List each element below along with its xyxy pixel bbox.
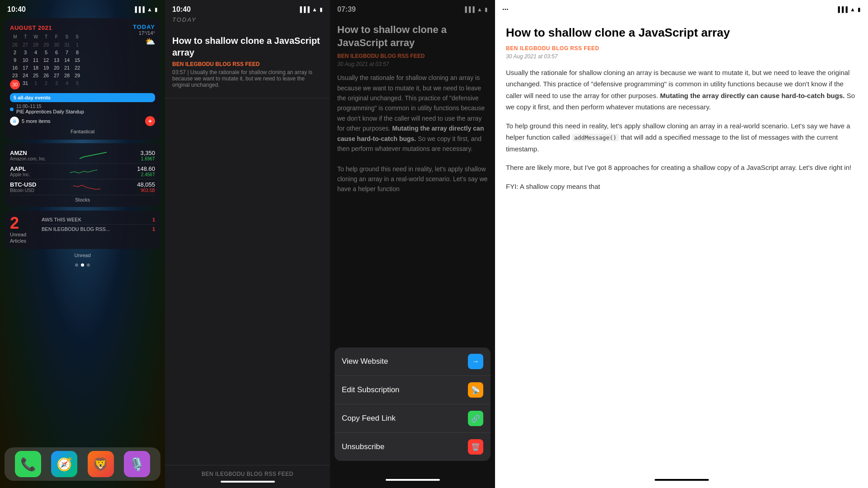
weather-icon: ⛅	[133, 37, 155, 47]
p4-article-title: How to shallow clone a JavaScript array	[506, 25, 857, 41]
context-item-copy-feed[interactable]: Copy Feed Link 🔗	[335, 404, 491, 433]
panel-article-menu: 07:39 ▐▐▐ ▲ ▮ How to shallow clone a Jav…	[330, 0, 495, 488]
view-website-icon: →	[468, 354, 483, 369]
stock-price-aapl: 148.60 2.456T	[137, 165, 155, 177]
stocks-widget[interactable]: AMZN Amazon.com, Inc. 3,350 1.696T AAPL …	[5, 143, 160, 207]
dock-brave-icon[interactable]: 🦁	[88, 451, 114, 477]
dock-phone-icon[interactable]: 📞	[15, 451, 41, 477]
status-bar-p4: ··· ▐▐▐ ▲ ▮	[495, 0, 868, 16]
stock-info-btc: BTC-USD Bitcoin USD	[10, 181, 37, 193]
status-bar-panel1: 10:40 ▐▐▐ ▲ ▮	[0, 0, 165, 16]
unread-label: Unread	[5, 253, 160, 258]
stocks-label: Stocks	[10, 197, 155, 202]
cal-header: AUGUST 2021 MTW TFSS 2627282930311 23456…	[10, 23, 155, 89]
unsubscribe-icon: 🗑️	[468, 439, 483, 455]
panel-homescreen: 10:40 ▐▐▐ ▲ ▮ AUGUST 2021 MTW TFSS	[0, 0, 165, 488]
cal-today-section: TODAY 17°/14° ⛅	[133, 23, 155, 47]
p4-article-content: How to shallow clone a JavaScript array …	[495, 16, 868, 475]
feed-row-aws[interactable]: AWS THIS WEEK 1	[42, 215, 155, 225]
stock-chart-amzn	[80, 150, 107, 160]
p4-date: 30 Aug 2021 at 03:57	[506, 53, 857, 60]
bottom-feed-label: BEN ILEGBODU BLOG RSS FEED	[170, 471, 325, 477]
stock-chart-aapl	[70, 166, 97, 176]
page-dots	[0, 263, 165, 267]
cal-event-row: 11:00–11:15 PIE Apprentices Daily Standu…	[10, 104, 155, 114]
unread-widget[interactable]: 2 Unread Articles AWS THIS WEEK 1 BEN IL…	[5, 211, 160, 249]
context-menu: View Website → Edit Subscription 📡 Copy …	[335, 347, 491, 461]
dot-3	[87, 263, 90, 267]
home-indicator-p2	[221, 481, 275, 483]
stock-row-btc[interactable]: BTC-USD Bitcoin USD 48,055 903.5B	[10, 179, 155, 195]
context-item-view-website[interactable]: View Website →	[335, 347, 491, 376]
stock-row-amzn[interactable]: AMZN Amazon.com, Inc. 3,350 1.696T	[10, 148, 155, 164]
p4-feed-name: BEN ILEGBODU BLOG RSS FEED	[506, 45, 857, 52]
context-item-unsubscribe[interactable]: Unsubscribe 🗑️	[335, 433, 491, 461]
stock-price-amzn: 3,350 1.696T	[140, 150, 155, 161]
dot-1	[75, 263, 78, 267]
feed-row-ben[interactable]: BEN ILEGBODU BLOG RSS... 1	[42, 225, 155, 234]
unread-count-section: 2 Unread Articles	[10, 215, 37, 244]
fantastical-label: Fantastical	[10, 129, 155, 134]
cal-grid: 2627282930311 2345678 9101112131415 1617…	[10, 41, 82, 89]
status-time-p1: 10:40	[7, 5, 26, 14]
today-label: TODAY	[165, 16, 330, 28]
dock: 📞 🧭 🦁 🎙️	[5, 447, 160, 481]
article-meta: 03:57 | Usually the rationale for shallo…	[172, 69, 323, 88]
status-icons-p2: ▐▐▐ ▲ ▮	[298, 6, 323, 13]
more-items-label: 5 more items	[22, 118, 51, 124]
stock-info-aapl: AAPL Apple Inc.	[10, 165, 30, 177]
more-items-icon: ≡	[10, 117, 19, 126]
p2-bottom-bar: BEN ILEGBODU BLOG RSS FEED	[165, 465, 330, 488]
cal-more-row[interactable]: ≡ 5 more items +	[10, 116, 155, 126]
article-feed-name: BEN ILEGBODU BLOG RSS FEED	[172, 61, 323, 67]
add-event-button[interactable]: +	[145, 116, 155, 126]
signal-icon-p4: ▐▐▐	[836, 6, 848, 13]
edit-subscription-icon: 📡	[468, 382, 483, 398]
dock-maps-icon[interactable]: 🧭	[51, 451, 77, 477]
panel-article-list: 10:40 ▐▐▐ ▲ ▮ TODAY How to shallow clone…	[165, 0, 330, 488]
context-item-edit-subscription[interactable]: Edit Subscription 📡	[335, 376, 491, 404]
calendar-widget[interactable]: AUGUST 2021 MTW TFSS 2627282930311 23456…	[5, 18, 160, 140]
battery-icon-p2: ▮	[320, 6, 323, 13]
unread-feeds-list: AWS THIS WEEK 1 BEN ILEGBODU BLOG RSS...…	[42, 215, 155, 244]
battery-icon-p4: ▮	[858, 6, 861, 13]
home-indicator-p4	[495, 475, 868, 488]
copy-feed-icon: 🔗	[468, 411, 483, 426]
widgets-area: AUGUST 2021 MTW TFSS 2627282930311 23456…	[0, 16, 165, 260]
stock-info-amzn: AMZN Amazon.com, Inc.	[10, 150, 46, 161]
dock-podcasts-icon[interactable]: 🎙️	[124, 451, 150, 477]
stock-row-aapl[interactable]: AAPL Apple Inc. 148.60 2.456T	[10, 164, 155, 179]
signal-icon: ▐▐▐	[133, 6, 145, 13]
status-icons-p4: ▐▐▐ ▲ ▮	[836, 6, 861, 13]
panel-article-detail: ··· ▐▐▐ ▲ ▮ How to shallow clone a JavaS…	[495, 0, 868, 488]
article-card[interactable]: How to shallow clone a JavaScript array …	[165, 28, 330, 99]
wifi-icon-p2: ▲	[312, 6, 317, 13]
cal-event-pill[interactable]: 5 all-day events	[10, 93, 155, 102]
stock-price-btc: 48,055 903.5B	[137, 181, 155, 193]
p4-body: Usually the rationale for shallow clonin…	[506, 67, 857, 192]
battery-icon: ▮	[155, 6, 158, 13]
cal-days-header: MTW TFSS	[10, 34, 82, 39]
cal-event-details: 11:00–11:15 PIE Apprentices Daily Standu…	[16, 104, 84, 114]
home-indicator-p3	[330, 475, 495, 488]
wifi-icon-p4: ▲	[850, 6, 855, 13]
status-time-p2: 10:40	[172, 5, 191, 14]
status-bar-p2: 10:40 ▐▐▐ ▲ ▮	[165, 0, 330, 16]
signal-icon-p2: ▐▐▐	[298, 6, 310, 13]
p4-code-snippet: addMessage()	[572, 134, 619, 141]
stock-chart-btc	[73, 182, 100, 192]
article-title: How to shallow clone a JavaScript array	[172, 35, 323, 58]
dot-2	[81, 263, 84, 267]
cal-month-year: AUGUST 2021 MTW TFSS 2627282930311 23456…	[10, 23, 82, 89]
cal-event-dot	[10, 108, 14, 111]
wifi-icon: ▲	[147, 6, 152, 13]
status-icons-p1: ▐▐▐ ▲ ▮	[133, 6, 158, 13]
